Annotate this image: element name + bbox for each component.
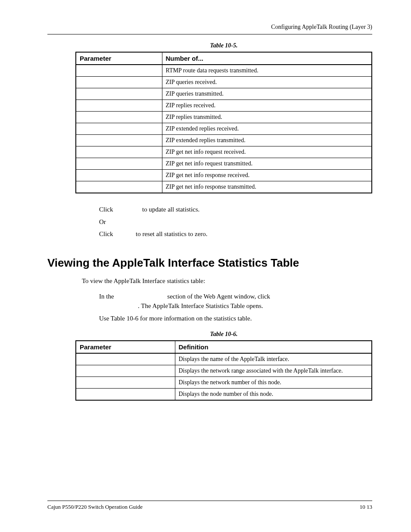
desc-cell: ZIP get net info request received.	[162, 146, 372, 158]
table-row: ZIP replies received.	[76, 100, 372, 112]
table-10-5-wrap: Table 10-5. Parameter Number of... RTMP …	[75, 42, 372, 193]
section-body: In the section of the Web Agent window, …	[99, 292, 372, 324]
param-cell	[76, 146, 162, 158]
table-row: ZIP get net info request transmitted.	[76, 158, 372, 170]
section-heading: Viewing the AppleTalk Interface Statisti…	[47, 256, 372, 270]
table-row: RTMP route data requests transmitted.	[76, 65, 372, 77]
click-label-2: Click	[99, 230, 113, 237]
desc-cell: Displays the name of the AppleTalk inter…	[175, 353, 372, 365]
table-10-5-caption: Table 10-5.	[75, 42, 372, 49]
header-rule	[47, 34, 372, 34]
table-10-6-wrap: Table 10-6. Parameter Definition Display…	[75, 331, 372, 401]
step-clear: Click to reset all statistics to zero.	[99, 229, 372, 239]
table-row: ZIP get net info response received.	[76, 170, 372, 181]
table-10-6-caption: Table 10-6.	[75, 331, 372, 338]
step-refresh-text: to update all statistics.	[142, 206, 199, 213]
desc-cell: ZIP extended replies received.	[162, 123, 372, 135]
desc-cell: ZIP get net info response received.	[162, 170, 372, 181]
desc-cell: ZIP queries transmitted.	[162, 88, 372, 100]
table-row: ZIP queries received.	[76, 77, 372, 88]
desc-cell: ZIP replies received.	[162, 100, 372, 112]
param-cell	[76, 353, 175, 365]
p1b: section of the Web Agent window, click	[167, 293, 270, 300]
step-or: Or	[99, 217, 372, 227]
table-row: Displays the node number of this node.	[76, 389, 372, 401]
table-row: ZIP extended replies received.	[76, 123, 372, 135]
param-cell	[76, 135, 162, 146]
table-row: ZIP extended replies transmitted.	[76, 135, 372, 146]
table-10-5-h2: Number of...	[162, 52, 372, 65]
table-header-row: Parameter Definition	[76, 341, 372, 353]
desc-cell: ZIP queries received.	[162, 77, 372, 88]
table-row: Displays the name of the AppleTalk inter…	[76, 353, 372, 365]
table-row: ZIP queries transmitted.	[76, 88, 372, 100]
param-cell	[76, 377, 175, 389]
section-step-2: Use Table 10-6 for more information on t…	[99, 314, 372, 324]
table-10-5: Parameter Number of... RTMP route data r…	[75, 52, 372, 193]
footer-rule	[47, 501, 372, 501]
table-row: ZIP replies transmitted.	[76, 112, 372, 123]
table-10-6-h1: Parameter	[76, 341, 175, 353]
param-cell	[76, 88, 162, 100]
table-row: Displays the network range associated wi…	[76, 365, 372, 377]
page: Configuring AppleTalk Routing (Layer 3) …	[0, 0, 411, 532]
param-cell	[76, 365, 175, 377]
param-cell	[76, 181, 162, 193]
param-cell	[76, 123, 162, 135]
page-footer: Cajun P550/P220 Switch Operation Guide 1…	[47, 497, 372, 510]
section-lead: To view the AppleTalk Interface statisti…	[82, 277, 372, 285]
footer-left: Cajun P550/P220 Switch Operation Guide	[47, 504, 143, 510]
section-step-1: In the section of the Web Agent window, …	[99, 292, 372, 311]
param-cell	[76, 112, 162, 123]
desc-cell: ZIP get net info request transmitted.	[162, 158, 372, 170]
step-refresh: Click to update all statistics.	[99, 205, 372, 215]
p1a: In the	[99, 293, 114, 300]
table-row: Displays the network number of this node…	[76, 377, 372, 389]
table-10-5-h1: Parameter	[76, 52, 162, 65]
step-clear-text: to reset all statistics to zero.	[136, 230, 208, 237]
desc-cell: Displays the network range associated wi…	[175, 365, 372, 377]
table-row: ZIP get net info response transmitted.	[76, 181, 372, 193]
desc-cell: ZIP extended replies transmitted.	[162, 135, 372, 146]
table-10-6: Parameter Definition Displays the name o…	[75, 340, 372, 401]
param-cell	[76, 77, 162, 88]
mid-steps: Click to update all statistics. Or Click…	[99, 205, 372, 239]
param-cell	[76, 158, 162, 170]
desc-cell: ZIP get net info response transmitted.	[162, 181, 372, 193]
table-header-row: Parameter Number of...	[76, 52, 372, 65]
table-row: ZIP get net info request received.	[76, 146, 372, 158]
p1c: . The AppleTalk Interface Statistics Tab…	[138, 302, 263, 309]
param-cell	[76, 100, 162, 112]
param-cell	[76, 65, 162, 77]
desc-cell: Displays the network number of this node…	[175, 377, 372, 389]
click-label: Click	[99, 206, 113, 213]
param-cell	[76, 389, 175, 401]
desc-cell: RTMP route data requests transmitted.	[162, 65, 372, 77]
param-cell	[76, 170, 162, 181]
table-10-6-h2: Definition	[175, 341, 372, 353]
desc-cell: ZIP replies transmitted.	[162, 112, 372, 123]
desc-cell: Displays the node number of this node.	[175, 389, 372, 401]
header-right: Configuring AppleTalk Routing (Layer 3)	[47, 24, 372, 31]
footer-right: 10 13	[360, 504, 372, 510]
